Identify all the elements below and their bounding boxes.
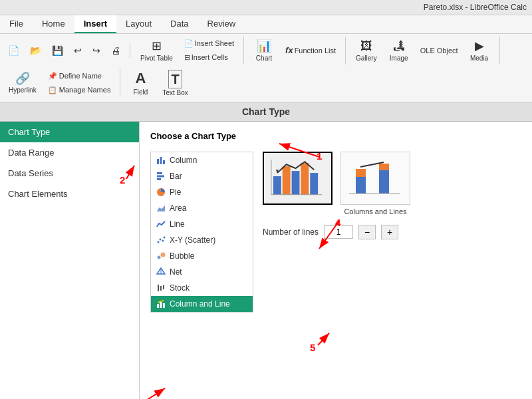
new-btn[interactable]: 📄 — [4, 43, 23, 58]
dialog-area: Chart Type Chart Type Data Range Data Se… — [0, 102, 532, 399]
svg-rect-23 — [283, 166, 291, 195]
svg-rect-3 — [157, 172, 162, 174]
title-bar: Pareto.xlsx - LibreOffice Calc — [0, 0, 532, 15]
svg-rect-4 — [157, 175, 164, 177]
chart-type-area[interactable]: Area — [151, 200, 253, 216]
undo-btn[interactable]: ↩ — [70, 43, 86, 58]
chart-type-bar[interactable]: Bar — [151, 168, 253, 184]
svg-marker-7 — [157, 205, 165, 211]
svg-rect-1 — [160, 157, 162, 164]
sidebar-item-chart-type[interactable]: Chart Type — [0, 122, 139, 142]
lines-section: Number of lines − + — [263, 225, 521, 239]
choose-chart-type-label: Choose a Chart Type — [150, 131, 521, 141]
svg-rect-25 — [301, 163, 309, 194]
menu-insert[interactable]: Insert — [74, 15, 116, 33]
toolbar-group-chart: 📊 Chart fx Function List — [249, 37, 346, 65]
menu-data[interactable]: Data — [161, 15, 198, 33]
chart-preview-area: Columns and Lines Number of lines − + — [263, 152, 521, 313]
toolbar-group-field: A Field T Text Box — [126, 67, 198, 99]
chart-type-stock[interactable]: Stock — [151, 280, 253, 296]
gallery-btn[interactable]: 🖼 Gallery — [351, 37, 382, 65]
title-text: Pareto.xlsx - LibreOffice Calc — [424, 3, 527, 12]
svg-rect-2 — [163, 160, 165, 164]
hyperlink-btn[interactable]: 🔗 Hyperlink — [4, 69, 41, 97]
field-btn[interactable]: A Field — [126, 67, 155, 98]
menu-review[interactable]: Review — [198, 15, 245, 33]
preview-box-1[interactable] — [263, 152, 332, 205]
insert-sheet-btn[interactable]: 📄 Insert Sheet — [180, 37, 238, 50]
insert-cells-btn[interactable]: ⊟ Insert Cells — [180, 51, 238, 64]
toolbar-group-quick: 📄 📂 💾 ↩ ↪ 🖨 — [4, 43, 130, 58]
main-content: Choose a Chart Type Column Bar Pie — [140, 122, 532, 399]
pivot-table-btn[interactable]: ⊞ Pivot Table — [136, 37, 178, 65]
chart-type-xy-scatter[interactable]: X-Y (Scatter) — [151, 232, 253, 248]
text-box-btn[interactable]: T Text Box — [158, 67, 192, 99]
lines-label: Number of lines — [263, 227, 319, 237]
sidebar-item-data-series[interactable]: Data Series — [0, 163, 139, 184]
print-btn[interactable]: 🖨 — [107, 43, 124, 58]
chart-btn[interactable]: 📊 Chart — [249, 37, 279, 65]
chart-selection: Column Bar Pie Area — [150, 152, 521, 313]
ole-object-btn[interactable]: OLE Object — [416, 45, 462, 57]
svg-rect-33 — [379, 164, 389, 170]
lines-increment-btn[interactable]: + — [381, 225, 398, 239]
define-name-btn[interactable]: 📌 Define Name — [44, 70, 115, 82]
toolbar-group-insert: ⊞ Pivot Table 📄 Insert Sheet ⊟ Insert Ce… — [136, 37, 244, 65]
sidebar-item-data-range[interactable]: Data Range — [0, 142, 139, 163]
svg-point-12 — [158, 255, 161, 259]
menu-home[interactable]: Home — [33, 15, 74, 33]
menu-file[interactable]: File — [0, 15, 33, 33]
svg-point-11 — [164, 236, 166, 238]
chart-type-column[interactable]: Column — [151, 152, 253, 168]
chart-type-line[interactable]: Line — [151, 216, 253, 232]
svg-point-10 — [162, 239, 164, 241]
svg-rect-32 — [379, 170, 389, 194]
lines-decrement-btn[interactable]: − — [358, 225, 376, 239]
menu-layout[interactable]: Layout — [116, 15, 161, 33]
redo-btn[interactable]: ↪ — [88, 43, 104, 58]
svg-rect-0 — [157, 159, 159, 164]
preview-item-2: Columns and Lines — [340, 152, 410, 215]
function-list-btn[interactable]: fx Function List — [281, 43, 340, 57]
svg-rect-5 — [157, 178, 161, 180]
chart-type-bubble[interactable]: Bubble — [151, 248, 253, 264]
dialog-title: Chart Type — [0, 102, 532, 122]
toolbar-group-links: 🔗 Hyperlink 📌 Define Name 📋 Manage Names — [4, 69, 120, 97]
chart-type-column-line[interactable]: Column and Line — [151, 296, 253, 312]
svg-point-9 — [160, 238, 162, 240]
sidebar: Chart Type Data Range Data Series Chart … — [0, 122, 140, 399]
svg-rect-30 — [356, 177, 366, 194]
media-btn[interactable]: ▶ Media — [465, 37, 494, 65]
open-btn[interactable]: 📂 — [26, 43, 45, 58]
menu-bar: File Home Insert Layout Data Review — [0, 15, 532, 34]
preview-item-1 — [263, 152, 332, 215]
svg-point-13 — [161, 252, 166, 257]
svg-point-8 — [158, 241, 160, 243]
chart-type-list: Column Bar Pie Area — [150, 152, 253, 313]
image-btn[interactable]: 🏞 Image — [384, 37, 414, 65]
save-btn[interactable]: 💾 — [48, 43, 67, 58]
dialog-body: Chart Type Data Range Data Series Chart … — [0, 122, 532, 399]
preview-label-2: Columns and Lines — [344, 207, 406, 215]
toolbar-group-media: 🖼 Gallery 🏞 Image OLE Object ▶ Media — [351, 37, 500, 65]
lines-input[interactable] — [324, 225, 353, 239]
svg-rect-19 — [157, 304, 159, 308]
svg-rect-20 — [160, 302, 162, 308]
sidebar-item-chart-elements[interactable]: Chart Elements — [0, 184, 139, 204]
svg-rect-24 — [292, 171, 300, 195]
svg-rect-26 — [310, 173, 318, 195]
chart-previews: Columns and Lines — [263, 152, 521, 215]
chart-type-net[interactable]: Net — [151, 264, 253, 280]
chart-type-pie[interactable]: Pie — [151, 184, 253, 200]
svg-rect-31 — [356, 169, 366, 177]
preview-box-2[interactable] — [340, 152, 410, 205]
toolbar: 📄 📂 💾 ↩ ↪ 🖨 ⊞ Pivot Table 📄 Insert Sheet — [0, 34, 532, 102]
manage-names-btn[interactable]: 📋 Manage Names — [44, 84, 115, 96]
svg-rect-21 — [163, 303, 165, 308]
svg-rect-22 — [273, 176, 281, 195]
